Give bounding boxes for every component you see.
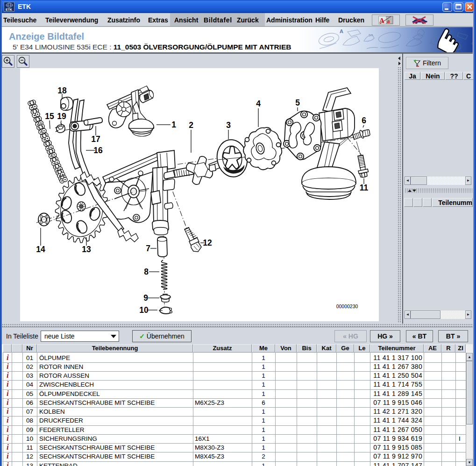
svg-text:A: A — [340, 28, 343, 34]
svg-text:3: 3 — [226, 120, 231, 130]
svg-text:5: 5 — [295, 98, 300, 107]
svg-text:12: 12 — [203, 238, 212, 247]
svg-text:19: 19 — [57, 112, 66, 121]
svg-text:17: 17 — [91, 134, 100, 144]
svg-text:2: 2 — [189, 120, 193, 130]
svg-text:15: 15 — [45, 112, 54, 121]
svg-text:12: 12 — [429, 41, 433, 45]
svg-text:00000230: 00000230 — [336, 304, 358, 309]
svg-text:9: 9 — [143, 293, 148, 303]
svg-text:A: A — [379, 17, 384, 24]
svg-text:8: 8 — [144, 267, 149, 276]
svg-text:4: 4 — [256, 99, 261, 108]
svg-text:11: 11 — [360, 183, 369, 192]
svg-text:14: 14 — [36, 245, 45, 254]
svg-text:10: 10 — [139, 305, 149, 315]
svg-text:1: 1 — [171, 120, 176, 129]
svg-text:18: 18 — [57, 86, 67, 95]
svg-text:ETK: ETK — [6, 8, 12, 11]
svg-text:7: 7 — [146, 244, 150, 253]
svg-text:6: 6 — [362, 116, 366, 125]
svg-text:54: 54 — [369, 33, 373, 37]
svg-text:16: 16 — [93, 146, 103, 155]
svg-text:a: a — [387, 17, 390, 24]
svg-text:13: 13 — [82, 245, 91, 254]
